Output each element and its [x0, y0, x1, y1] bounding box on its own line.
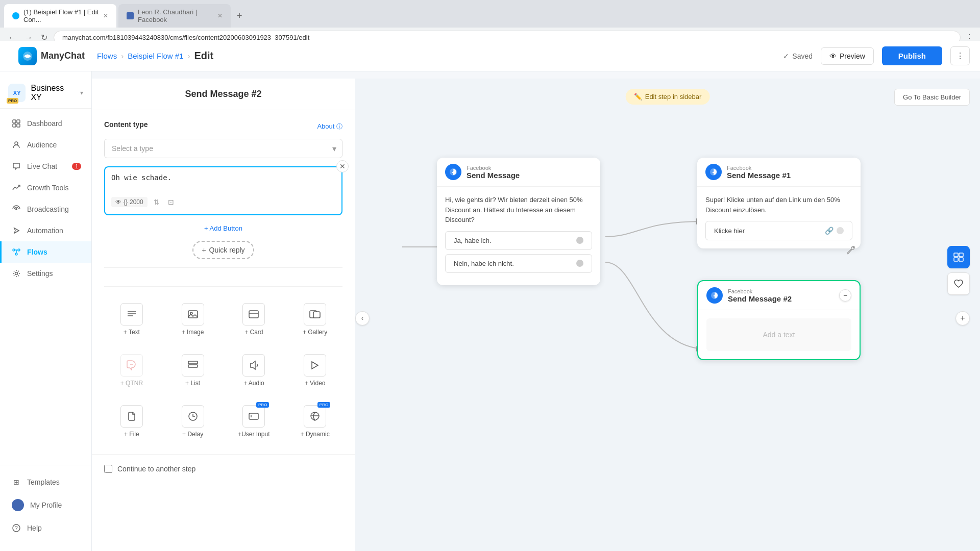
add-button-button[interactable]: + Add Button	[204, 224, 242, 232]
block-item-list[interactable]: + List	[165, 348, 220, 393]
tab-close-inactive[interactable]: ✕	[217, 12, 223, 19]
node-body-send-message: Hi, wie gehts dir? Wir bieten derzeit ei…	[437, 187, 600, 285]
panel-header: Send Message #2	[92, 79, 355, 110]
more-options-button[interactable]: ⋮	[950, 46, 970, 65]
block-label-delay: + Delay	[182, 431, 203, 438]
block-item-audio[interactable]: + Audio	[227, 348, 282, 393]
block-item-gallery[interactable]: + Gallery	[287, 297, 342, 342]
continue-label: Continue to another step	[117, 465, 195, 473]
new-tab-button[interactable]: +	[233, 11, 247, 21]
content-type-row: Content type About ⓘ	[104, 120, 342, 133]
breadcrumb-current: Edit	[194, 50, 213, 62]
block-label-qtnr: + QTNR	[120, 380, 143, 387]
breadcrumb: Flows › Beispiel Flow #1 › Edit	[97, 50, 213, 62]
link-dot	[837, 227, 844, 234]
block-item-card[interactable]: + Card	[227, 297, 282, 342]
canvas-toolbar-heart-button[interactable]	[947, 272, 970, 295]
sidebar-label-broadcasting: Broadcasting	[27, 205, 69, 213]
remove-text-block-button[interactable]: ✕	[336, 160, 349, 172]
tab-inactive[interactable]: Leon R. Chaudhari | Facebook ✕	[118, 4, 231, 28]
sidebar-item-templates[interactable]: ⊞ Templates	[0, 471, 91, 493]
node-header-send-message-2: Facebook Send Message #2 −	[698, 281, 860, 310]
sidebar-item-automation[interactable]: Automation	[0, 220, 91, 241]
node-minus-button[interactable]: −	[839, 289, 851, 302]
node-action-area: −	[839, 289, 851, 302]
block-item-text[interactable]: + Text	[104, 297, 159, 342]
collapse-panel-button[interactable]: ‹	[355, 311, 370, 325]
block-label-card: + Card	[244, 329, 263, 336]
sidebar-label-flows: Flows	[27, 248, 47, 256]
qtnr-block-icon	[120, 354, 143, 377]
canvas-right-toolbar	[947, 246, 970, 295]
header-left: ManyChat Flows › Beispiel Flow #1 › Edit	[10, 47, 213, 65]
sidebar-item-my-profile[interactable]: My Profile	[0, 493, 91, 517]
svg-rect-40	[959, 258, 963, 261]
sidebar-item-audience[interactable]: Audience	[0, 134, 91, 156]
block-item-image[interactable]: + Image	[165, 297, 220, 342]
sidebar-item-help[interactable]: ? Help	[0, 517, 91, 539]
block-item-file[interactable]: + File	[104, 399, 159, 444]
sidebar-item-live-chat[interactable]: Live Chat 1	[0, 156, 91, 177]
canvas-hint-container: ✏️ Edit step in sidebar	[626, 89, 710, 105]
pro-badge: PRO	[7, 98, 18, 104]
sidebar-item-flows[interactable]: Flows	[0, 241, 91, 263]
sidebar-label-live-chat: Live Chat	[27, 162, 57, 170]
settings-icon	[12, 269, 21, 278]
select-type-dropdown[interactable]: Select a type	[104, 139, 342, 158]
breadcrumb-sep2: ›	[187, 52, 190, 60]
blocks-grid: + Text + Image	[104, 286, 342, 444]
sidebar-label-templates: Templates	[27, 478, 60, 486]
node-meta-2: Facebook Send Message #2	[728, 288, 792, 303]
sidebar-item-settings[interactable]: Settings	[0, 263, 91, 284]
text-block: Oh wie schade. 👁 {} 2000 ⇅ ⊡	[104, 166, 342, 215]
quick-reply-container: + Quick reply	[104, 241, 342, 259]
about-link[interactable]: About ⓘ	[317, 122, 342, 131]
dynamic-block-icon	[304, 405, 326, 428]
continue-checkbox[interactable]	[104, 465, 112, 473]
node-placeholder: Add a text	[706, 318, 851, 351]
growth-tools-icon	[12, 183, 21, 192]
breadcrumb-flow-name[interactable]: Beispiel Flow #1	[128, 52, 183, 60]
saved-badge: ✓ Saved	[783, 52, 813, 60]
sidebar-item-broadcasting[interactable]: Broadcasting	[0, 198, 91, 220]
block-item-video[interactable]: + Video	[287, 348, 342, 393]
sidebar-item-growth-tools[interactable]: Growth Tools	[0, 177, 91, 198]
sidebar-bottom: ⊞ Templates My Profile ? Help	[0, 465, 91, 545]
business-selector[interactable]: XY PRO Business XY ▾	[0, 78, 91, 109]
move-up-icon[interactable]: ⇅	[152, 196, 162, 208]
delay-block-icon	[182, 405, 204, 428]
node-facebook-icon-2	[706, 287, 723, 304]
text-input[interactable]: Oh wie schade.	[111, 173, 335, 194]
publish-button[interactable]: Publish	[882, 46, 942, 65]
svg-point-10	[15, 253, 17, 255]
info-icon: ⓘ	[336, 123, 342, 130]
block-item-delay[interactable]: + Delay	[165, 399, 220, 444]
blocks-section: + Text + Image	[104, 267, 342, 444]
svg-rect-31	[249, 413, 258, 419]
node-meta: Facebook Send Message	[467, 165, 520, 180]
quick-reply-button[interactable]: + Quick reply	[192, 241, 254, 259]
go-basic-builder-button[interactable]: Go To Basic Builder	[894, 89, 970, 106]
sidebar-item-dashboard[interactable]: Dashboard	[0, 113, 91, 134]
canvas[interactable]: ✏️ Edit step in sidebar Go To Basic Buil…	[355, 79, 980, 551]
sidebar-label-growth-tools: Growth Tools	[27, 184, 68, 192]
canvas-plus-button[interactable]: +	[955, 311, 970, 325]
breadcrumb-flows[interactable]: Flows	[97, 52, 117, 60]
business-avatar: XY PRO	[8, 84, 26, 102]
tab-close-active[interactable]: ✕	[103, 12, 108, 19]
node-facebook-icon	[445, 164, 461, 180]
block-label-video: + Video	[305, 380, 326, 387]
block-label-text: + Text	[124, 329, 140, 336]
block-label-audio: + Audio	[243, 380, 264, 387]
node-body-send-message-1: Super! Klicke unten auf den Link um den …	[697, 187, 861, 248]
duplicate-icon[interactable]: ⊡	[166, 196, 176, 208]
svg-rect-1	[13, 120, 16, 123]
block-item-dynamic[interactable]: PRO + Dynamic	[287, 399, 342, 444]
block-item-user-input[interactable]: PRO +User Input	[227, 399, 282, 444]
preview-button[interactable]: 👁 Preview	[821, 47, 874, 65]
send-message-2-node[interactable]: Facebook Send Message #2 − Add a text	[697, 280, 861, 360]
canvas-toolbar-layout-button[interactable]	[947, 246, 970, 268]
svg-rect-38	[959, 253, 963, 257]
tab-active[interactable]: (1) Beispiel Flow #1 | Edit Con... ✕	[4, 4, 116, 28]
tab-label-active: (1) Beispiel Flow #1 | Edit Con...	[23, 8, 99, 23]
